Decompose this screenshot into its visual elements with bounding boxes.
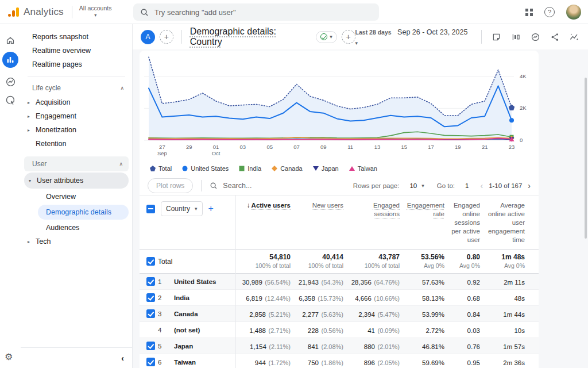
total-engaged-sessions: 43,787100% of total bbox=[349, 253, 405, 270]
explore-icon[interactable] bbox=[3, 75, 17, 89]
rows-per-page-value[interactable]: 10 bbox=[409, 182, 417, 189]
legend-item-united-states[interactable]: United States bbox=[182, 165, 229, 172]
sidebar-item-user-attributes[interactable]: ▾User attributes bbox=[24, 172, 129, 189]
rows-per-page-label: Rows per page: bbox=[353, 182, 400, 189]
divider bbox=[201, 180, 202, 191]
report-status-pill[interactable]: ▾ bbox=[316, 31, 337, 43]
row-checkbox[interactable] bbox=[146, 358, 155, 366]
total-row-checkbox[interactable] bbox=[146, 257, 155, 266]
metric-cell: 53.99% bbox=[405, 309, 450, 319]
advertising-icon[interactable] bbox=[3, 93, 17, 107]
column-header-engaged-sessions[interactable]: Engaged sessions bbox=[349, 201, 405, 244]
report-card: 02K4K27Sep2901Oct0305070911131517192123 … bbox=[140, 51, 539, 368]
row-checkbox[interactable] bbox=[146, 277, 155, 286]
global-search[interactable] bbox=[133, 3, 379, 21]
sidebar-item-tech[interactable]: ▸Tech bbox=[21, 235, 132, 248]
svg-text:2K: 2K bbox=[520, 105, 527, 111]
comparison-icon[interactable] bbox=[510, 31, 522, 43]
column-header-engaged-sessions-per-user[interactable]: Engaged online sessions per active user bbox=[450, 201, 486, 244]
account-switcher[interactable]: All accounts ▾ bbox=[79, 5, 112, 18]
add-dimension-icon[interactable]: + bbox=[208, 204, 214, 214]
home-icon[interactable] bbox=[3, 33, 17, 47]
collapse-sidebar-icon[interactable]: ‹ bbox=[121, 354, 124, 363]
sidebar-section-user[interactable]: User ∧ bbox=[24, 156, 129, 171]
metric-cell: 41 (0.09%) bbox=[349, 325, 405, 335]
nav-rail: ⚙ bbox=[0, 24, 21, 368]
metric-cell: 30,989 (56.54%) bbox=[235, 277, 296, 287]
metric-cell: 46.81% bbox=[405, 341, 450, 351]
chevron-up-icon: ∧ bbox=[119, 161, 123, 167]
sidebar-item-retention[interactable]: Retention bbox=[21, 137, 132, 151]
add-card-icon[interactable]: + bbox=[342, 30, 355, 44]
column-header-avg-engagement-time[interactable]: Average online active user engagement ti… bbox=[486, 201, 531, 244]
svg-text:23: 23 bbox=[509, 144, 515, 150]
sidebar-item-demographic-details[interactable]: Demographic details bbox=[38, 205, 129, 220]
metric-cell: 0.76 bbox=[450, 341, 486, 351]
table-search[interactable]: Search... bbox=[210, 182, 252, 190]
metric-cell: 944 (1.72%) bbox=[235, 357, 296, 367]
svg-text:03: 03 bbox=[240, 144, 246, 150]
svg-text:11: 11 bbox=[347, 144, 353, 150]
metric-cell: 1m 57s bbox=[486, 341, 531, 351]
sidebar-item-engagement[interactable]: ▸Engagement bbox=[21, 109, 132, 123]
caret-down-icon[interactable]: ▾ bbox=[421, 183, 424, 189]
sidebar-item-realtime-pages[interactable]: Realtime pages bbox=[21, 57, 132, 71]
sidebar-item-realtime-overview[interactable]: Realtime overview bbox=[21, 44, 132, 57]
dimension-selector[interactable]: Country ▾ bbox=[161, 201, 203, 216]
sidebar-item-reports-snapshot[interactable]: Reports snapshot bbox=[21, 30, 132, 44]
apps-grid-icon[interactable] bbox=[525, 9, 533, 16]
sidebar-item-monetization[interactable]: ▸Monetization bbox=[21, 123, 132, 137]
column-header-active-users[interactable]: ↓Active users bbox=[235, 201, 296, 244]
metric-cell: 880 (2.01%) bbox=[349, 341, 405, 351]
reports-icon[interactable] bbox=[2, 52, 18, 68]
share-icon[interactable] bbox=[549, 31, 560, 43]
user-avatar[interactable] bbox=[566, 5, 581, 20]
plot-rows-button[interactable]: Plot rows bbox=[148, 178, 193, 193]
help-icon[interactable]: ? bbox=[544, 7, 555, 17]
report-avatar[interactable]: A bbox=[141, 30, 155, 44]
legend-item-india[interactable]: India bbox=[239, 165, 261, 172]
table-row--not-set-[interactable]: 4(not set)1,488 (2.71%)228 (0.56%)41 (0.… bbox=[140, 322, 539, 338]
global-search-input[interactable] bbox=[154, 8, 350, 17]
explore-link-icon[interactable] bbox=[529, 31, 541, 43]
table-row-india[interactable]: 2India6,819 (12.44%)6,358 (15.73%)4,666 … bbox=[140, 290, 539, 306]
legend-item-total[interactable]: Total bbox=[150, 165, 172, 172]
product-name: Analytics bbox=[24, 6, 64, 18]
column-header-engagement-rate[interactable]: Engagement rate bbox=[405, 201, 450, 244]
row-checkbox[interactable] bbox=[146, 293, 155, 302]
add-report-icon[interactable]: + bbox=[160, 30, 173, 44]
report-title[interactable]: Demographic details: Country bbox=[190, 26, 310, 47]
metric-cell: 6,358 (15.73%) bbox=[296, 293, 349, 303]
column-header-new-users[interactable]: New users bbox=[296, 201, 349, 244]
expand-arrow-icon: ▸ bbox=[28, 114, 36, 119]
table-row-united-states[interactable]: 1United States30,989 (56.54%)21,943 (54.… bbox=[140, 274, 539, 290]
table-row-japan[interactable]: 5Japan1,154 (2.11%)841 (2.08%)880 (2.01%… bbox=[140, 338, 539, 354]
sidebar-item-acquisition[interactable]: ▸Acquisition bbox=[21, 95, 132, 109]
metric-cell: 0.84 bbox=[450, 309, 486, 319]
row-checkbox[interactable] bbox=[146, 309, 155, 318]
goto-page-value[interactable]: 1 bbox=[465, 182, 469, 189]
legend-label: Taiwan bbox=[358, 165, 377, 172]
select-all-checkbox[interactable] bbox=[146, 205, 155, 213]
sidebar-item-audiences[interactable]: Audiences bbox=[21, 221, 132, 235]
legend-item-japan[interactable]: Japan bbox=[313, 165, 339, 172]
table-row-canada[interactable]: 3Canada2,858 (5.21%)2,277 (5.63%)2,394 (… bbox=[140, 306, 539, 322]
date-range-picker[interactable]: Last 28 days Sep 26 - Oct 23, 2025 ▾ bbox=[355, 26, 472, 47]
sidebar-item-overview[interactable]: Overview bbox=[21, 190, 132, 204]
next-page-icon[interactable]: › bbox=[528, 181, 531, 190]
sidebar-section-life-cycle[interactable]: Life cycle ∧ bbox=[21, 80, 132, 95]
row-checkbox[interactable] bbox=[146, 342, 155, 350]
legend-label: Total bbox=[158, 165, 172, 172]
table-total-row: Total 54,810100% of total 40,414100% of … bbox=[140, 250, 539, 274]
timeseries-chart[interactable]: 02K4K27Sep2901Oct0305070911131517192123 bbox=[140, 55, 539, 160]
page-scrollbar[interactable] bbox=[585, 78, 587, 239]
table-row-taiwan[interactable]: 6Taiwan944 (1.72%)750 (1.86%)896 (2.05%)… bbox=[140, 354, 539, 368]
insights-icon[interactable] bbox=[568, 31, 580, 43]
prev-page-icon[interactable]: ‹ bbox=[480, 181, 483, 190]
legend-item-canada[interactable]: Canada bbox=[272, 165, 303, 172]
admin-gear-icon[interactable]: ⚙ bbox=[5, 351, 13, 362]
metric-cell: 2,277 (5.63%) bbox=[296, 309, 349, 319]
table-search-placeholder: Search... bbox=[223, 182, 252, 190]
edit-comparisons-icon[interactable] bbox=[491, 31, 502, 43]
legend-item-taiwan[interactable]: Taiwan bbox=[349, 165, 377, 172]
